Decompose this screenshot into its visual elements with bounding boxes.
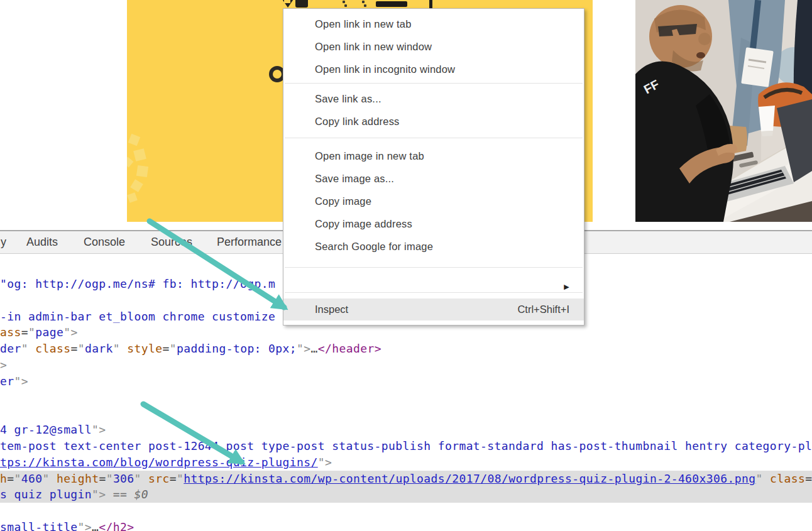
menu-item-copy-image-address[interactable]: Copy image address	[283, 212, 584, 235]
code-token: tem-post text-center post-12644 post typ…	[0, 439, 812, 452]
code-token: …	[92, 520, 99, 531]
conference-photo-illustration: FF	[635, 0, 812, 222]
code-token: h	[0, 472, 7, 485]
tab-audits[interactable]: Audits	[26, 231, 58, 253]
code-token: "og: http://ogp.me/ns# fb: http://ogp.m	[0, 277, 275, 290]
code-token: =	[170, 472, 177, 485]
code-token: =	[70, 342, 77, 355]
menu-item-open-image-new-tab[interactable]: Open image in new tab	[283, 145, 584, 167]
code-line-selected[interactable]: h="460" height="306" src="https://kinsta…	[0, 471, 812, 487]
code-token: "	[106, 472, 113, 485]
code-token: 4 gr-12@small	[0, 423, 92, 436]
menu-separator	[285, 138, 583, 138]
menu-item-search-google-for-image[interactable]: Search Google for image	[283, 235, 584, 258]
code-token: == $0	[113, 488, 148, 501]
code-token: "	[113, 342, 127, 355]
menu-item-open-link-new-tab[interactable]: Open link in new tab	[283, 13, 584, 35]
code-token: "	[78, 342, 85, 355]
dotted-line-fragment	[343, 1, 345, 3]
code-token: er	[0, 375, 14, 388]
code-line[interactable]: der" class="dark" style="padding-top: 0p…	[0, 341, 812, 357]
banner-artwork-fragment	[429, 0, 432, 9]
menu-item-save-image-as[interactable]: Save image as...	[283, 167, 584, 190]
code-line[interactable]: er">	[0, 373, 812, 390]
dotted-line-fragment	[362, 1, 365, 3]
attribute-url-link[interactable]: tps://kinsta.com/blog/wordpress-quiz-plu…	[0, 456, 318, 469]
menu-item-open-link-incognito[interactable]: Open link in incognito window	[283, 58, 584, 80]
code-line[interactable]: 4 gr-12@small">	[0, 422, 812, 438]
banner-artwork-fragment	[295, 0, 308, 8]
code-line[interactable]	[0, 503, 812, 519]
code-token: "	[756, 472, 770, 485]
code-token: der	[0, 342, 21, 355]
code-token: dark	[85, 342, 113, 355]
code-line[interactable]: small-title">…</h2>	[0, 519, 812, 531]
confetti-shape	[127, 157, 133, 168]
code-token: padding-top: 0px;	[177, 342, 297, 355]
code-token: height	[57, 472, 99, 485]
code-token: ">	[63, 326, 77, 339]
code-token: …	[311, 342, 318, 355]
code-line[interactable]	[0, 405, 812, 422]
menu-item-open-link-new-window[interactable]: Open link in new window	[283, 35, 584, 58]
pencil-icon	[284, 0, 290, 3]
code-token: ">	[92, 423, 106, 436]
tab-sources[interactable]: Sources	[151, 231, 192, 253]
code-token: small-title	[0, 520, 78, 531]
menu-item-copy-image[interactable]: Copy image	[283, 190, 584, 212]
confetti-shape	[127, 192, 138, 203]
attribute-url-link[interactable]: https://kinsta.com/wp-content/uploads/20…	[184, 472, 755, 485]
code-token: "	[170, 342, 177, 355]
menu-item-save-link-as[interactable]: Save link as...	[283, 87, 584, 110]
menu-item-extension-submenu[interactable]: ▶	[283, 268, 584, 290]
menu-separator	[285, 83, 583, 84]
dotted-line-fragment	[364, 4, 366, 7]
context-menu: Open link in new tab Open link in new wi…	[283, 8, 584, 326]
tab-console[interactable]: Console	[84, 231, 125, 253]
code-token: 460	[21, 472, 43, 485]
code-token: page	[35, 326, 63, 339]
browser-viewport: { "colors": { "banner_yellow": "#FCD250"…	[0, 0, 812, 531]
confetti-shape	[133, 148, 146, 161]
confetti-shape	[130, 179, 143, 192]
code-token: s quiz plugin	[0, 488, 92, 501]
code-token: "	[42, 472, 56, 485]
code-line[interactable]: tps://kinsta.com/blog/wordpress-quiz-plu…	[0, 454, 812, 471]
dotted-line-fragment	[344, 4, 347, 7]
tab-partial[interactable]: y	[1, 231, 6, 253]
code-token: </header>	[318, 342, 381, 355]
code-line[interactable]: >	[0, 357, 812, 373]
code-token: ">	[318, 456, 332, 469]
code-token: >	[0, 358, 7, 371]
code-token: class	[770, 472, 805, 485]
code-token: "	[28, 326, 35, 339]
menu-item-copy-link-address[interactable]: Copy link address	[283, 110, 584, 133]
code-token: "	[177, 472, 184, 485]
code-token: src	[148, 472, 170, 485]
code-token: "	[134, 472, 148, 485]
conference-photo[interactable]: FF	[635, 0, 812, 222]
inspect-label: Inspect	[315, 304, 348, 315]
code-line[interactable]: ass="page">	[0, 324, 812, 341]
code-line[interactable]: tem-post text-center post-12644 post typ…	[0, 438, 812, 454]
code-token: ass	[0, 326, 21, 339]
submenu-arrow-icon: ▶	[564, 275, 569, 298]
code-line-selected[interactable]: s quiz plugin"> == $0	[0, 486, 812, 503]
menu-item-inspect[interactable]: Inspect Ctrl+Shift+I	[283, 298, 584, 320]
code-line[interactable]	[0, 390, 812, 406]
code-token: class	[35, 342, 70, 355]
code-token: style	[127, 342, 162, 355]
code-token: ">	[297, 342, 310, 355]
code-token: =	[805, 472, 812, 485]
banner-artwork-fragment	[376, 1, 407, 7]
inspect-shortcut: Ctrl+Shift+I	[517, 298, 569, 320]
tab-performance[interactable]: Performance	[217, 231, 282, 253]
code-token: "	[21, 342, 35, 355]
code-token: =	[99, 472, 106, 485]
code-token: =	[7, 472, 14, 485]
code-token: ">	[92, 488, 113, 501]
confetti-shape	[128, 134, 141, 146]
code-token: -in admin-bar et_bloom chrome customize	[0, 310, 275, 323]
code-token: =	[163, 342, 170, 355]
code-token: ">	[78, 520, 92, 531]
